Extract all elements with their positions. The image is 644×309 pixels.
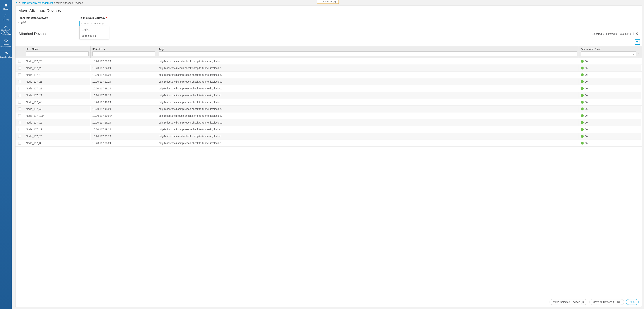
row-checkbox[interactable] (18, 101, 21, 104)
cell-tags: cdg-1c;ios-xr;cli;reach-check;snmp;te-tu… (157, 112, 579, 119)
to-gateway-select[interactable]: Select Data Gateway ⌄ (79, 21, 109, 26)
cell-host: Node_117_100 (24, 112, 90, 119)
cell-ip: 10.20.117.22/24 (90, 65, 157, 71)
dropdown-option[interactable]: cdg2-1 (80, 26, 109, 33)
breadcrumb-link-dgm[interactable]: Data Gateway Management (21, 1, 53, 4)
cell-ip: 10.20.117.29/24 (90, 92, 157, 99)
status-up-icon: ↑ (581, 121, 584, 124)
breadcrumb-home-icon[interactable] (15, 2, 18, 4)
row-checkbox[interactable] (18, 66, 21, 69)
cell-ip: 10.20.117.28/24 (90, 85, 157, 92)
services-icon (0, 24, 12, 28)
col-host-header[interactable]: Host Name (24, 46, 90, 51)
filter-ip-input[interactable] (92, 51, 155, 56)
cell-ip: 10.20.117.21/24 (90, 78, 157, 85)
nav-services-label: Services & Traffic Engineering (1, 29, 11, 35)
filter-button[interactable] (634, 39, 640, 45)
cell-tags: cdg-1c;ios-xr;cli;snmp;reach-check;te-tu… (157, 92, 579, 99)
table-row: Node_117_2010.20.117.20/24cdg-1c;ios-xr;… (16, 58, 642, 65)
topology-icon (0, 13, 12, 18)
cell-op: ↑Ok (579, 140, 642, 147)
col-tags-header[interactable]: Tags (157, 46, 579, 51)
nav-topology[interactable]: Topology (0, 12, 12, 22)
to-gateway-dropdown: cdg2-1 cdg5-coe4-1 (79, 26, 109, 39)
filter-tags-input[interactable] (159, 51, 577, 56)
status-up-icon: ↑ (581, 73, 584, 76)
table-row: Node_117_4810.20.117.48/24cdg-1c;ios-xr;… (16, 106, 642, 112)
filter-host-input[interactable] (26, 51, 88, 56)
nav-services[interactable]: Services & Traffic Engineering (0, 22, 12, 37)
chevron-down-icon: ⌄ (633, 52, 635, 55)
refresh-icon[interactable] (632, 32, 635, 35)
cell-op: ↑Ok (579, 126, 642, 133)
select-placeholder: Select Data Gateway (81, 22, 104, 25)
to-gateway-label-text: To this Data Gateway (79, 16, 105, 19)
row-checkbox[interactable] (18, 142, 21, 145)
main: ⌄ Show All (2) / Data Gateway Management… (12, 0, 644, 309)
cell-op: ↑Ok (579, 78, 642, 85)
back-button[interactable]: Back (626, 299, 639, 305)
svg-point-8 (7, 40, 7, 40)
breadcrumb-sep: / (19, 1, 20, 4)
cell-host: Node_117_30 (24, 140, 90, 147)
home-icon (0, 3, 12, 7)
cell-op: ↑Ok (579, 92, 642, 99)
status-up-icon: ↑ (581, 142, 584, 145)
settings-icon[interactable] (636, 32, 639, 35)
cell-host: Node_117_25 (24, 133, 90, 140)
status-up-icon: ↑ (581, 66, 584, 69)
main-panel: Move Attached Devices From this Data Gat… (15, 5, 642, 307)
move-selected-button[interactable]: Move Selected Devices (0) (550, 299, 587, 305)
row-checkbox[interactable] (18, 114, 21, 117)
svg-point-1 (4, 16, 5, 16)
clear-filter-icon[interactable]: × (637, 52, 640, 55)
cell-tags: cdg-1c;ios-xr;cli;snmp;reach-check;te-tu… (157, 126, 579, 133)
cell-ip: 10.20.117.19/24 (90, 126, 157, 133)
from-gateway-label: From this Data Gateway (18, 16, 68, 19)
row-checkbox[interactable] (18, 128, 21, 131)
cell-ip: 10.20.117.25/24 (90, 133, 157, 140)
row-checkbox[interactable] (18, 107, 21, 110)
cell-op: ↑Ok (579, 119, 642, 126)
gear-icon (0, 51, 12, 55)
cell-tags: cdg-1c;ios-xr;cli;snmp;reach-check;te-tu… (157, 71, 579, 78)
nav-device-label: Device Management (0, 44, 11, 48)
cell-host: Node_117_20 (24, 58, 90, 65)
status-up-icon: ↑ (581, 87, 584, 90)
cell-tags: cdg-1c;ios-xr;cli;snmp;reach-check;te-tu… (157, 99, 579, 106)
status-up-icon: ↑ (581, 60, 584, 63)
cell-tags: cdg-1c;ios-xr;cli;reach-check;snmp;te-tu… (157, 133, 579, 140)
cell-host: Node_117_28 (24, 85, 90, 92)
page-title: Move Attached Devices (18, 8, 639, 13)
show-all-toggle[interactable]: ⌄ Show All (2) (317, 0, 338, 4)
row-checkbox[interactable] (18, 60, 21, 63)
svg-point-3 (6, 17, 6, 17)
col-ip-header[interactable]: IP Address (90, 46, 157, 51)
cell-host: Node_117_16 (24, 119, 90, 126)
row-checkbox[interactable] (18, 135, 21, 138)
move-all-button[interactable]: Move All Devices (5113) (589, 299, 624, 305)
col-op-header[interactable]: Operational State (579, 46, 642, 51)
svg-point-2 (7, 16, 8, 16)
row-checkbox[interactable] (18, 80, 21, 83)
row-checkbox[interactable] (18, 94, 21, 97)
devices-table: Host Name IP Address Tags Operation (16, 46, 642, 147)
filter-op-select[interactable]: ⌄ (581, 51, 636, 56)
nav-home[interactable]: Home (0, 1, 12, 12)
nav-device-management[interactable]: Device Management (0, 37, 12, 50)
nav-administration[interactable]: Administration (0, 50, 12, 60)
row-checkbox[interactable] (18, 87, 21, 90)
dropdown-option[interactable]: cdg5-coe4-1 (80, 33, 109, 39)
cell-host: Node_117_48 (24, 106, 90, 112)
cell-host: Node_117_29 (24, 92, 90, 99)
row-checkbox[interactable] (18, 73, 21, 76)
cell-tags: cdg-1c;ios-xr;cli;reach-check;snmp;te-tu… (157, 58, 579, 65)
cell-host: Node_117_18 (24, 71, 90, 78)
breadcrumb-current: Move Attached Devices (56, 1, 83, 4)
row-checkbox[interactable] (18, 121, 21, 124)
show-all-label: Show All (2) (323, 0, 336, 3)
table-row: Node_117_2210.20.117.22/24cdg-1c;ios-xr;… (16, 65, 642, 71)
table-row: Node_117_1910.20.117.19/24cdg-1c;ios-xr;… (16, 126, 642, 133)
to-gateway-label: To this Data Gateway * (79, 16, 129, 19)
svg-point-4 (5, 24, 6, 25)
